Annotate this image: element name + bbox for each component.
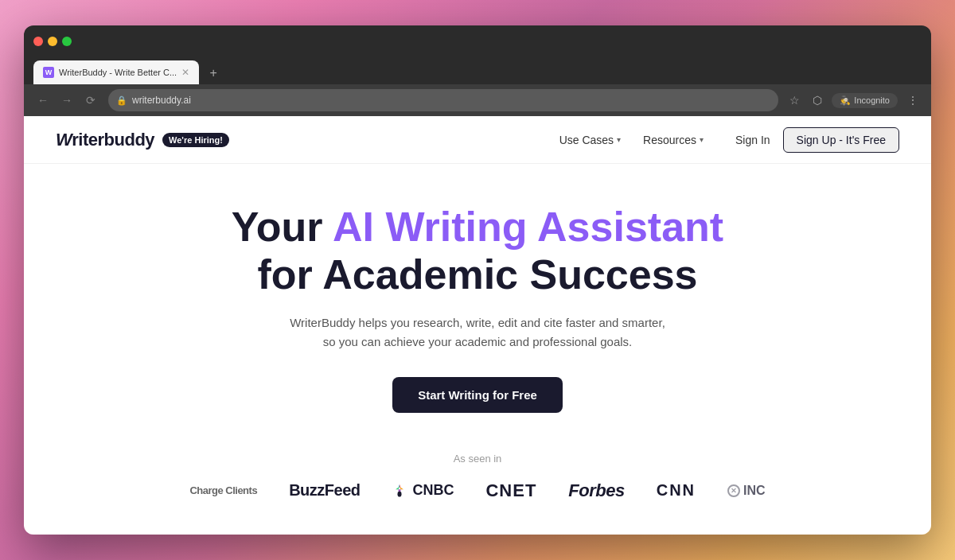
tab-title: WriterBuddy - Write Better C... bbox=[59, 68, 177, 77]
hero-title: Your AI Writing Assistant for Academic S… bbox=[232, 204, 723, 299]
bookmark-icon[interactable]: ☆ bbox=[786, 91, 803, 110]
traffic-lights bbox=[33, 37, 72, 46]
press-logo-inc: ✕ INC bbox=[727, 484, 766, 498]
hero-title-part1: Your bbox=[232, 204, 333, 250]
press-label: As seen in bbox=[56, 453, 899, 465]
hero-title-highlight: AI Writing Assistant bbox=[333, 204, 723, 250]
nav-resources[interactable]: Resources ▾ bbox=[643, 134, 704, 146]
resources-chevron-icon: ▾ bbox=[700, 135, 704, 144]
tab-favicon-icon: W bbox=[43, 67, 54, 78]
close-button[interactable] bbox=[33, 37, 43, 46]
sign-in-button[interactable]: Sign In bbox=[735, 134, 770, 146]
logo-text: WWriterbuddyriterbuddy bbox=[56, 130, 154, 150]
logo-w: W bbox=[56, 130, 72, 150]
inc-circle-icon: ✕ bbox=[727, 484, 740, 497]
page-content: WWriterbuddyriterbuddy We're Hiring! Use… bbox=[24, 116, 931, 535]
incognito-icon: 🕵️ bbox=[840, 95, 851, 106]
minimize-button[interactable] bbox=[48, 37, 57, 46]
new-tab-button[interactable]: + bbox=[202, 62, 224, 84]
maximize-button[interactable] bbox=[62, 37, 72, 46]
back-button[interactable]: ← bbox=[33, 91, 53, 110]
browser-window: W WriterBuddy - Write Better C... ✕ + ← … bbox=[24, 25, 931, 535]
use-cases-label: Use Cases bbox=[559, 134, 614, 146]
nav-actions: Sign In Sign Up - It's Free bbox=[735, 127, 899, 153]
browser-chrome: W WriterBuddy - Write Better C... ✕ + ← … bbox=[24, 25, 931, 116]
url-bar[interactable]: 🔒 writerbuddy.ai bbox=[108, 89, 778, 111]
reload-button[interactable]: ⟳ bbox=[81, 91, 100, 110]
nav-buttons: ← → ⟳ bbox=[33, 91, 100, 110]
tab-close-icon[interactable]: ✕ bbox=[181, 67, 189, 78]
forward-button[interactable]: → bbox=[57, 91, 76, 110]
url-text: writerbuddy.ai bbox=[132, 95, 191, 106]
nav-use-cases[interactable]: Use Cases ▾ bbox=[559, 134, 621, 146]
cta-button[interactable]: Start Writing for Free bbox=[392, 377, 563, 413]
cnbc-text: CNBC bbox=[412, 482, 454, 499]
cnbc-peacock-icon bbox=[392, 483, 407, 499]
press-logo-forbes: Forbes bbox=[568, 480, 624, 501]
press-logo-cnet: CNET bbox=[485, 480, 536, 501]
nav-links: Use Cases ▾ Resources ▾ bbox=[559, 134, 704, 146]
inc-text: INC bbox=[743, 484, 766, 498]
menu-icon[interactable]: ⋮ bbox=[904, 91, 922, 110]
tab-bar: W WriterBuddy - Write Better C... ✕ + bbox=[24, 60, 931, 84]
incognito-label: Incognito bbox=[854, 95, 890, 105]
press-logo-buzzfeed: BuzzFeed bbox=[289, 481, 360, 500]
title-bar bbox=[24, 25, 931, 57]
incognito-badge: 🕵️ Incognito bbox=[832, 93, 898, 108]
press-logo-cnn: CNN bbox=[657, 481, 696, 500]
svg-point-0 bbox=[398, 491, 402, 496]
lock-icon: 🔒 bbox=[116, 95, 127, 106]
press-logos: Charge Clients BuzzFeed CNBC C bbox=[56, 480, 899, 501]
resources-label: Resources bbox=[643, 134, 696, 146]
main-nav: WWriterbuddyriterbuddy We're Hiring! Use… bbox=[24, 116, 931, 164]
press-logo-charge-clients: Charge Clients bbox=[189, 484, 257, 496]
address-bar: ← → ⟳ 🔒 writerbuddy.ai ☆ ⬡ 🕵️ Incognito … bbox=[24, 84, 931, 116]
sign-up-button[interactable]: Sign Up - It's Free bbox=[783, 127, 899, 153]
press-section: As seen in Charge Clients BuzzFeed bbox=[24, 453, 931, 525]
hero-section: Your AI Writing Assistant for Academic S… bbox=[24, 164, 931, 535]
hero-title-part2: for Academic Success bbox=[257, 251, 697, 298]
hero-subtitle: WriterBuddy helps you research, write, e… bbox=[286, 313, 668, 352]
hiring-badge[interactable]: We're Hiring! bbox=[162, 133, 229, 147]
press-logo-cnbc: CNBC bbox=[392, 482, 454, 499]
use-cases-chevron-icon: ▾ bbox=[617, 135, 621, 144]
logo-area: WWriterbuddyriterbuddy We're Hiring! bbox=[56, 130, 229, 150]
active-tab[interactable]: W WriterBuddy - Write Better C... ✕ bbox=[33, 60, 199, 84]
browser-actions: ☆ ⬡ 🕵️ Incognito ⋮ bbox=[786, 91, 922, 110]
extensions-icon[interactable]: ⬡ bbox=[809, 91, 825, 110]
